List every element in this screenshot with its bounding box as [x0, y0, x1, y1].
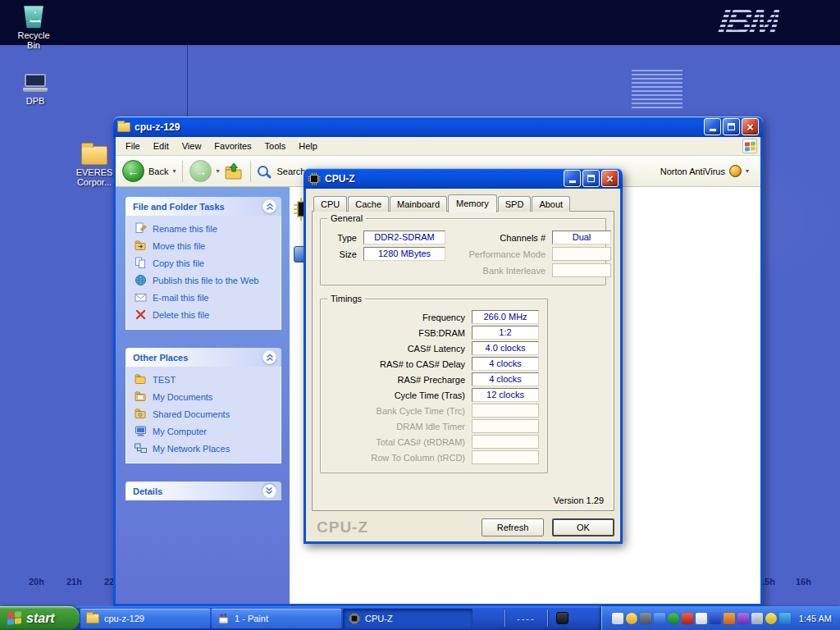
- explorer-task-pane: File and Folder Tasks Rename this file: [116, 187, 290, 604]
- taskbar: start cpu-z-129 1 - Paint CPU-Z ---- 1:4…: [0, 606, 840, 630]
- menu-file[interactable]: File: [119, 139, 147, 153]
- paint-icon: [217, 613, 230, 625]
- task-rename-this-file[interactable]: Rename this file: [135, 222, 277, 235]
- explorer-titlebar[interactable]: cpu-z-129 ×: [113, 116, 763, 137]
- place-my-computer[interactable]: My Computer: [135, 425, 277, 437]
- tray-icon[interactable]: [654, 613, 665, 624]
- close-button[interactable]: ×: [742, 118, 759, 135]
- taskbar-separator: [504, 609, 505, 627]
- tray-icon[interactable]: [696, 613, 707, 624]
- chevron-up-icon[interactable]: [262, 199, 276, 213]
- cpuz-title: CPU-Z: [325, 173, 355, 185]
- minimize-button[interactable]: [704, 118, 721, 135]
- timing-field: 4.0 clocks: [472, 341, 539, 355]
- menu-edit[interactable]: Edit: [147, 139, 176, 153]
- norton-label: Norton AntiVirus: [660, 167, 725, 176]
- taskbar-separator: [547, 609, 548, 627]
- tab-spd[interactable]: SPD: [498, 196, 532, 212]
- recycle-bin-icon: [22, 3, 45, 28]
- cpuz-dialog: CPU-Z × CPU Cache Mainboard Memory SPD A…: [304, 168, 623, 544]
- taskbar-clock[interactable]: 1:45 AM: [799, 614, 832, 623]
- panel-header[interactable]: Details: [126, 482, 281, 500]
- place-my-documents[interactable]: My Documents: [135, 390, 277, 403]
- chevron-down-icon[interactable]: [262, 484, 276, 498]
- chevron-up-icon[interactable]: [262, 350, 276, 364]
- task-title: CPU-Z: [365, 614, 393, 623]
- task-copy-this-file[interactable]: Copy this file: [135, 257, 277, 269]
- place-shared-documents[interactable]: Shared Documents: [135, 408, 277, 420]
- cpuz-titlebar[interactable]: CPU-Z ×: [304, 168, 623, 189]
- place-test[interactable]: TEST: [135, 373, 277, 386]
- taskbar-task-cpuz[interactable]: CPU-Z: [343, 609, 472, 628]
- taskbar-task-cpu-z-129[interactable]: cpu-z-129: [80, 609, 210, 628]
- forward-button[interactable]: →: [189, 160, 212, 182]
- place-my-network-places[interactable]: My Network Places: [135, 442, 277, 454]
- task-publish-to-web[interactable]: Publish this file to the Web: [135, 274, 277, 286]
- forward-dropdown-icon[interactable]: ▾: [216, 167, 219, 175]
- tab-about[interactable]: About: [532, 196, 570, 212]
- norton-antivirus-control[interactable]: Norton AntiVirus ▾: [660, 165, 754, 177]
- menu-bar: File Edit View Favorites Tools Help: [116, 137, 760, 156]
- close-button[interactable]: ×: [601, 170, 619, 187]
- task-email-this-file[interactable]: E-mail this file: [135, 291, 277, 304]
- norton-icon: [729, 165, 742, 177]
- taskbar-task-paint[interactable]: 1 - Paint: [212, 609, 341, 628]
- timezone-label: 16h: [796, 577, 811, 587]
- back-button[interactable]: ←: [122, 160, 144, 182]
- tray-icon[interactable]: [710, 613, 721, 624]
- tray-icon[interactable]: [640, 613, 651, 624]
- taskbar-deskband[interactable]: ----: [509, 614, 544, 623]
- desktop-icon-everes[interactable]: EVERES Corpor...: [71, 146, 118, 187]
- tray-icon[interactable]: [612, 613, 623, 624]
- channels-label: Channels #: [459, 233, 546, 243]
- tab-mainboard[interactable]: Mainboard: [390, 196, 447, 212]
- norton-dropdown-icon[interactable]: ▾: [746, 167, 749, 175]
- desktop-icon-dpb[interactable]: DPB: [11, 74, 59, 106]
- refresh-button[interactable]: Refresh: [482, 518, 544, 536]
- tray-icon[interactable]: [765, 613, 777, 624]
- icon-label: Recycle Bin: [10, 30, 57, 50]
- start-button[interactable]: start: [0, 606, 80, 630]
- menu-help[interactable]: Help: [292, 139, 324, 153]
- tray-icon[interactable]: [751, 613, 763, 624]
- task-delete-this-file[interactable]: Delete this file: [135, 308, 277, 321]
- delete-x-icon: [135, 308, 147, 321]
- timing-label: FSB:DRAM: [329, 328, 465, 338]
- minimize-button[interactable]: [564, 170, 581, 187]
- task-label: Rename this file: [153, 224, 217, 234]
- place-label: My Documents: [153, 392, 212, 402]
- tray-icon[interactable]: [724, 613, 735, 624]
- panel-header[interactable]: File and Folder Tasks: [126, 197, 281, 216]
- tray-icon[interactable]: [668, 613, 679, 624]
- type-label: Type: [327, 233, 357, 243]
- type-field: DDR2-SDRAM: [363, 231, 445, 244]
- windows-flag-icon: [7, 611, 21, 625]
- maximize-button[interactable]: [582, 170, 600, 187]
- panel-header[interactable]: Other Places: [126, 348, 281, 367]
- network-icon: [135, 442, 147, 454]
- menu-favorites[interactable]: Favorites: [208, 139, 258, 153]
- folder-icon: [86, 614, 99, 623]
- timing-field: [472, 419, 539, 433]
- back-dropdown-icon[interactable]: ▾: [172, 167, 176, 175]
- panel-title: File and Folder Tasks: [133, 202, 225, 212]
- ok-button[interactable]: OK: [552, 518, 614, 536]
- tab-memory[interactable]: Memory: [448, 194, 497, 212]
- menu-view[interactable]: View: [176, 139, 208, 153]
- task-move-this-file[interactable]: Move this file: [135, 240, 277, 252]
- back-label[interactable]: Back: [148, 167, 168, 176]
- tray-icon[interactable]: [626, 613, 637, 624]
- tray-icon[interactable]: [779, 613, 791, 624]
- search-label[interactable]: Search: [277, 167, 306, 176]
- tray-icon[interactable]: [682, 613, 693, 624]
- menu-tools[interactable]: Tools: [258, 139, 293, 153]
- tab-cpu[interactable]: CPU: [313, 196, 347, 212]
- maximize-button[interactable]: [723, 118, 740, 135]
- taskbar-icon[interactable]: [556, 612, 568, 624]
- desktop-icon-recycle-bin[interactable]: Recycle Bin: [10, 3, 57, 50]
- up-button[interactable]: [224, 162, 244, 180]
- timing-field: [472, 404, 539, 418]
- explorer-title: cpu-z-129: [135, 121, 180, 133]
- tray-icon[interactable]: [737, 613, 749, 624]
- tab-cache[interactable]: Cache: [348, 196, 389, 212]
